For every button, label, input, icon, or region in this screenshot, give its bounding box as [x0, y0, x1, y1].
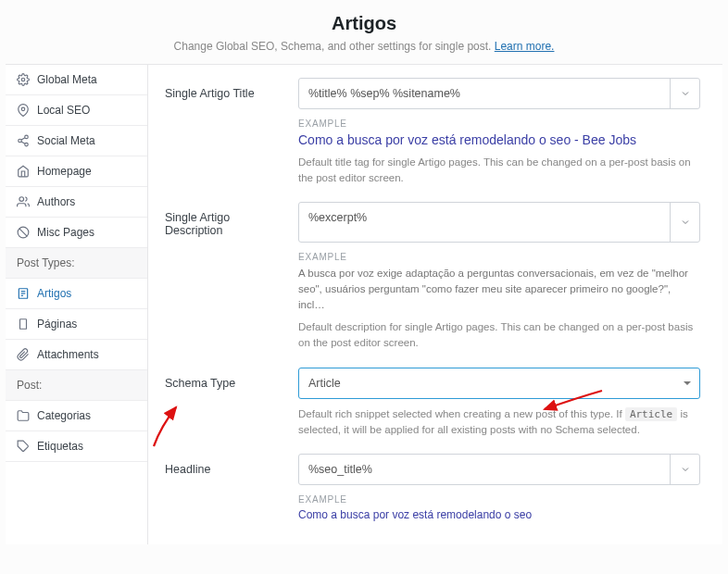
svg-line-6 [21, 138, 25, 140]
schema-dropdown-button[interactable] [675, 368, 699, 398]
sidebar-item-label: Social Meta [37, 134, 95, 147]
users-icon [17, 195, 30, 208]
title-input[interactable] [299, 79, 670, 108]
sidebar-header-post-types: Post Types: [6, 248, 147, 279]
svg-point-7 [19, 197, 24, 202]
attach-icon [17, 348, 30, 361]
example-label: EXAMPLE [298, 119, 700, 129]
sidebar-item-categorias[interactable]: Categorias [6, 401, 147, 431]
title-input-wrap[interactable] [298, 78, 700, 109]
example-preview-link: Como a busca por voz está remodelando o … [298, 508, 700, 521]
home-icon [17, 165, 30, 178]
headline-dropdown-button[interactable] [670, 455, 699, 484]
sidebar-item-authors[interactable]: Authors [6, 187, 147, 218]
sidebar-item-label: Authors [37, 195, 75, 208]
svg-line-5 [21, 142, 25, 144]
sidebar-item-etiquetas[interactable]: Etiquetas [6, 431, 147, 462]
sidebar-item-misc-pages[interactable]: Misc Pages [6, 218, 147, 248]
sidebar-item-attachments[interactable]: Attachments [6, 340, 147, 370]
example-preview-link: Como a busca por voz está remodelando o … [298, 132, 700, 147]
schema-select-value[interactable] [299, 368, 675, 398]
sidebar-item-label: Etiquetas [37, 440, 83, 453]
headline-input-wrap[interactable] [298, 454, 700, 485]
sidebar-item-paginas[interactable]: Páginas [6, 309, 147, 340]
forbidden-icon [17, 226, 30, 239]
help-text: Default description for single Artigo pa… [298, 319, 700, 350]
sidebar-item-label: Homepage [37, 165, 92, 178]
sidebar-item-local-seo[interactable]: Local SEO [6, 95, 147, 126]
sidebar-item-label: Attachments [37, 348, 99, 361]
share-icon [17, 134, 30, 147]
sidebar-item-label: Categorias [37, 409, 91, 422]
description-dropdown-button[interactable] [670, 203, 699, 242]
field-single-title: Single Artigo Title EXAMPLE Como a busca… [165, 78, 700, 185]
example-preview-text: A busca por voz exige adaptação a pergun… [298, 266, 700, 312]
page-header: Artigos Change Global SEO, Schema, and o… [0, 0, 728, 64]
page-icon [17, 318, 30, 331]
field-label: Headline [165, 454, 283, 528]
sidebar-header-post: Post: [6, 370, 147, 401]
chevron-down-icon [684, 381, 691, 385]
field-label: Single Artigo Description [165, 202, 283, 350]
svg-point-0 [21, 78, 25, 81]
pin-icon [17, 104, 30, 117]
page-title: Artigos [0, 13, 728, 34]
learn-more-link[interactable]: Learn more. [495, 40, 555, 53]
example-label: EXAMPLE [298, 494, 700, 505]
example-label: EXAMPLE [298, 252, 700, 262]
sidebar-item-homepage[interactable]: Homepage [6, 156, 147, 187]
svg-point-1 [21, 107, 25, 111]
headline-input[interactable] [299, 455, 670, 484]
sidebar: Global Meta Local SEO Social Meta Homepa… [6, 65, 148, 544]
field-headline: Headline EXAMPLE Como a busca por voz es… [165, 454, 700, 528]
description-input-wrap[interactable] [298, 202, 700, 243]
schema-select[interactable] [298, 368, 700, 399]
svg-rect-14 [20, 319, 27, 330]
field-schema-type: Schema Type Default rich snippet selecte… [165, 368, 700, 438]
field-single-description: Single Artigo Description EXAMPLE A busc… [165, 202, 700, 350]
page-subtitle: Change Global SEO, Schema, and other set… [0, 40, 728, 53]
chevron-down-icon [680, 88, 691, 99]
svg-point-4 [25, 143, 29, 146]
sidebar-item-label: Global Meta [37, 73, 97, 86]
folder-icon [17, 409, 30, 422]
sidebar-item-social-meta[interactable]: Social Meta [6, 126, 147, 156]
sidebar-item-label: Misc Pages [37, 226, 94, 239]
sidebar-item-artigos[interactable]: Artigos [6, 279, 147, 309]
sidebar-item-global-meta[interactable]: Global Meta [6, 65, 147, 95]
svg-point-2 [25, 135, 29, 139]
description-input[interactable] [299, 203, 670, 242]
sidebar-item-label: Artigos [37, 287, 71, 300]
chevron-down-icon [680, 464, 691, 475]
help-text: Default rich snippet selected when creat… [298, 406, 700, 438]
svg-line-9 [19, 229, 27, 236]
sidebar-item-label: Local SEO [37, 104, 90, 117]
post-icon [17, 287, 30, 300]
tag-icon [17, 440, 30, 453]
field-label: Schema Type [165, 368, 283, 438]
help-text: Default title tag for single Artigo page… [298, 155, 700, 185]
chevron-down-icon [680, 217, 691, 228]
content: Single Artigo Title EXAMPLE Como a busca… [148, 65, 722, 544]
gear-icon [17, 73, 30, 86]
sidebar-item-label: Páginas [37, 318, 77, 331]
svg-point-3 [19, 139, 22, 143]
field-label: Single Artigo Title [165, 78, 283, 185]
code-pill: Article [625, 407, 677, 421]
title-dropdown-button[interactable] [670, 79, 699, 108]
